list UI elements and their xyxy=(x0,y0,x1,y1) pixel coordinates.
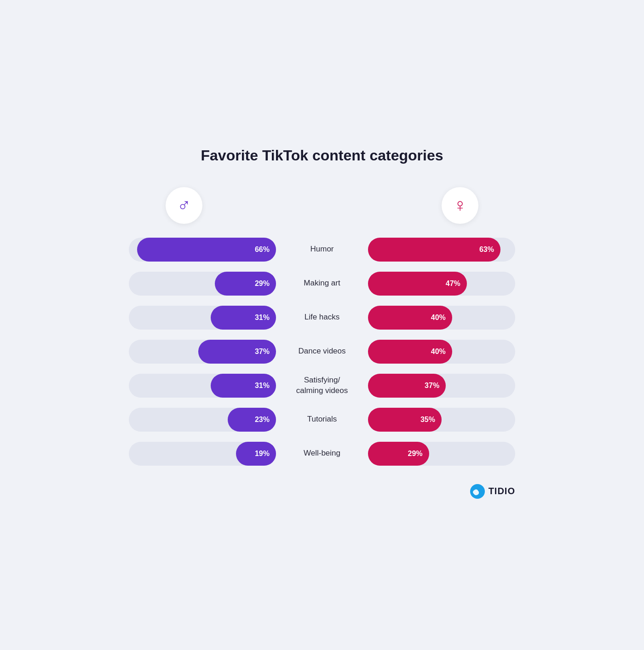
female-symbol: ♀ xyxy=(453,195,467,216)
category-label-1: Making art xyxy=(285,278,359,288)
category-label-2: Life hacks xyxy=(285,312,359,322)
category-label-6: Well-being xyxy=(285,448,359,458)
female-icon-wrap: ♀ xyxy=(442,187,478,224)
female-bar-fill-4: 37% xyxy=(368,374,446,398)
chart-title: Favorite TikTok content categories xyxy=(129,147,515,164)
female-bar-track-2: 40% xyxy=(368,306,515,330)
male-bar-fill-3: 37% xyxy=(198,340,276,364)
male-bar-track-0: 66% xyxy=(129,238,276,262)
male-symbol: ♂ xyxy=(177,195,191,216)
chart-row: 66% Humor 63% xyxy=(129,238,515,262)
chart-row: 29% Making art 47% xyxy=(129,272,515,296)
chart-row: 37% Dance videos 40% xyxy=(129,340,515,364)
chart-row: 19% Well-being 29% xyxy=(129,442,515,466)
male-bar-track-5: 23% xyxy=(129,408,276,432)
chart-row: 31% Satisfying/ calming videos 37% xyxy=(129,374,515,398)
female-bar-fill-3: 40% xyxy=(368,340,452,364)
female-bar-track-5: 35% xyxy=(368,408,515,432)
female-bar-track-1: 47% xyxy=(368,272,515,296)
chart-card: Favorite TikTok content categories ♂ ♀ 6… xyxy=(92,124,552,526)
chart-row: 23% Tutorials 35% xyxy=(129,408,515,432)
male-bar-fill-5: 23% xyxy=(228,408,276,432)
male-bar-track-6: 19% xyxy=(129,442,276,466)
tidio-icon xyxy=(470,484,485,499)
brand-logo: TIDIO xyxy=(129,484,515,499)
chart-row: 31% Life hacks 40% xyxy=(129,306,515,330)
female-bar-fill-5: 35% xyxy=(368,408,442,432)
male-bar-fill-6: 19% xyxy=(236,442,276,466)
female-bar-fill-0: 63% xyxy=(368,238,500,262)
female-bar-fill-2: 40% xyxy=(368,306,452,330)
male-icon-wrap: ♂ xyxy=(166,187,202,224)
female-bar-fill-1: 47% xyxy=(368,272,467,296)
male-bar-track-4: 31% xyxy=(129,374,276,398)
female-bar-fill-6: 29% xyxy=(368,442,429,466)
male-bar-fill-1: 29% xyxy=(215,272,276,296)
female-bar-track-0: 63% xyxy=(368,238,515,262)
category-label-0: Humor xyxy=(285,244,359,254)
gender-icons-row: ♂ ♀ xyxy=(129,187,515,238)
female-bar-track-3: 40% xyxy=(368,340,515,364)
male-bar-fill-2: 31% xyxy=(211,306,276,330)
female-bar-track-4: 37% xyxy=(368,374,515,398)
male-bar-track-3: 37% xyxy=(129,340,276,364)
male-bar-track-2: 31% xyxy=(129,306,276,330)
category-label-5: Tutorials xyxy=(285,414,359,424)
male-bar-fill-4: 31% xyxy=(211,374,276,398)
svg-point-2 xyxy=(477,487,482,491)
brand-name: TIDIO xyxy=(489,486,515,496)
female-bar-track-6: 29% xyxy=(368,442,515,466)
category-label-4: Satisfying/ calming videos xyxy=(285,375,359,395)
male-bar-track-1: 29% xyxy=(129,272,276,296)
male-bar-fill-0: 66% xyxy=(137,238,276,262)
category-label-3: Dance videos xyxy=(285,346,359,356)
chart-rows: 66% Humor 63% 29% Making art 47% xyxy=(129,238,515,466)
